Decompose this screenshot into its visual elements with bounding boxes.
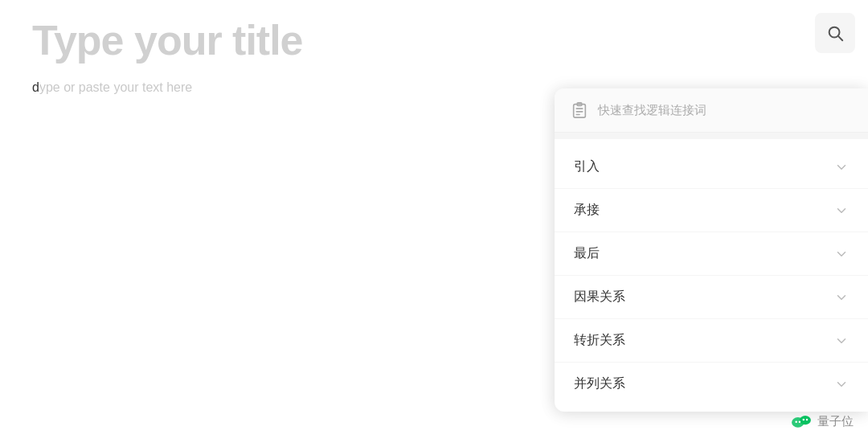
panel-item-label-finally: 最后 <box>574 245 600 262</box>
panel-item-label-transition: 承接 <box>574 202 600 219</box>
panel-search-bar[interactable]: 快速查找逻辑连接词 <box>555 88 868 133</box>
svg-point-9 <box>795 420 797 423</box>
svg-point-10 <box>799 420 801 423</box>
chevron-down-icon-causation <box>834 290 849 305</box>
chevron-down-icon-transition <box>834 203 849 218</box>
chevron-down-icon-intro <box>834 160 849 174</box>
panel-search-placeholder[interactable]: 快速查找逻辑连接词 <box>598 103 852 118</box>
chevron-down-icon-contrast <box>834 334 849 348</box>
panel-clipboard-icon <box>571 101 588 119</box>
watermark: 量子位 <box>790 410 854 433</box>
svg-line-1 <box>838 36 842 40</box>
chevron-down-icon-parallel <box>834 377 849 392</box>
svg-point-12 <box>806 419 809 421</box>
panel-item-finally[interactable]: 最后 <box>555 232 868 276</box>
panel-item-label-intro: 引入 <box>574 158 600 175</box>
title-placeholder[interactable]: Type your title <box>32 16 836 64</box>
main-editor: Type your title d ype or paste your text… <box>0 0 868 447</box>
svg-point-11 <box>803 419 805 421</box>
wechat-logo-icon <box>790 410 813 433</box>
panel-list: 引入 承接 最后 因果关系 <box>555 139 868 412</box>
panel-item-label-contrast: 转折关系 <box>574 332 625 349</box>
search-button[interactable] <box>815 13 855 53</box>
panel-separator <box>555 133 868 139</box>
title-area: Type your title <box>0 0 868 72</box>
chevron-down-icon-finally <box>834 247 849 261</box>
panel-item-causation[interactable]: 因果关系 <box>555 276 868 319</box>
panel-item-intro[interactable]: 引入 <box>555 146 868 189</box>
panel-item-transition[interactable]: 承接 <box>555 189 868 232</box>
cursor-char: d <box>32 80 39 95</box>
editor-placeholder: ype or paste your text here <box>39 80 192 95</box>
panel-item-parallel[interactable]: 并列关系 <box>555 363 868 405</box>
svg-point-8 <box>800 416 811 424</box>
logic-panel: 快速查找逻辑连接词 引入 承接 最后 <box>555 88 868 412</box>
panel-item-contrast[interactable]: 转折关系 <box>555 319 868 363</box>
watermark-text: 量子位 <box>817 414 854 429</box>
panel-item-label-causation: 因果关系 <box>574 289 625 306</box>
panel-item-label-parallel: 并列关系 <box>574 375 625 392</box>
